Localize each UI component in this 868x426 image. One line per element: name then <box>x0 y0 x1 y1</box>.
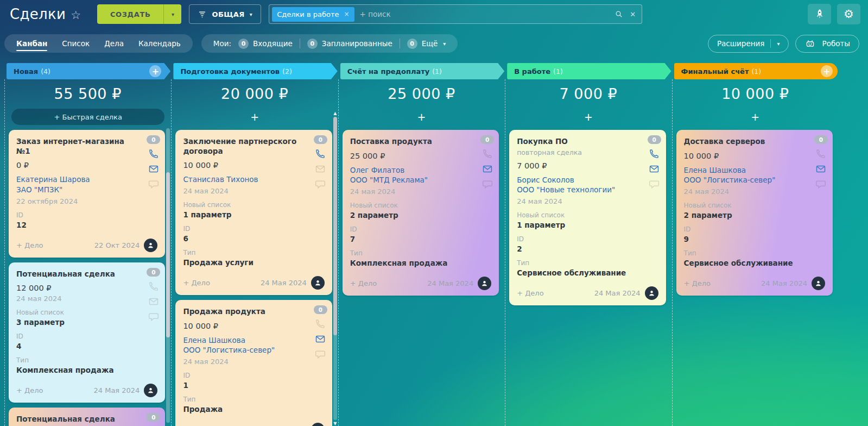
comments-badge[interactable]: 0 <box>648 135 661 144</box>
add-activity-button[interactable]: + Дело <box>183 279 210 287</box>
deal-card[interactable]: Доставка серверов 10 000 ₽ Елена Шашкова… <box>676 130 833 296</box>
contact-link[interactable]: Елена Шашкова <box>684 165 825 176</box>
chat-icon[interactable] <box>148 311 159 322</box>
add-stage-deal-button[interactable]: + <box>821 65 833 77</box>
assignee-avatar[interactable] <box>311 276 325 290</box>
add-deal-button[interactable]: + <box>338 109 505 125</box>
phone-icon[interactable] <box>649 148 660 159</box>
comments-badge[interactable]: 0 <box>314 305 327 314</box>
company-link[interactable]: ООО "Новые технологии" <box>517 185 658 195</box>
assignee-avatar[interactable] <box>478 277 491 290</box>
comments-badge[interactable]: 0 <box>314 135 327 144</box>
market-button[interactable] <box>808 4 831 24</box>
contact-link[interactable]: Елена Шашкова <box>183 335 324 346</box>
comments-badge[interactable]: 0 <box>480 135 494 144</box>
deal-card[interactable]: Заключение партнерского договора 10 000 … <box>175 130 332 295</box>
company-link[interactable]: ООО "Логистика-север" <box>183 345 324 355</box>
column-header[interactable]: Финальный счёт (1) + <box>674 63 838 79</box>
phone-icon[interactable] <box>148 148 159 159</box>
assignee-avatar[interactable] <box>311 423 325 426</box>
column-header[interactable]: В работе (1) <box>507 63 671 79</box>
search-filter-tag[interactable]: Сделки в работе × <box>272 7 354 22</box>
contact-link[interactable]: Борис Соколов <box>517 175 658 185</box>
column-header[interactable]: Новая (4) + <box>7 63 170 79</box>
scroll-down-icon[interactable]: ▼ <box>333 421 337 426</box>
mail-icon[interactable] <box>649 164 660 174</box>
phone-icon[interactable] <box>315 318 326 329</box>
company-link[interactable]: ООО "МТД Реклама" <box>350 175 491 185</box>
column-header[interactable]: Счёт на предоплату (1) <box>340 63 504 79</box>
mail-icon[interactable] <box>815 164 826 174</box>
add-activity-button[interactable]: + Дело <box>350 279 377 287</box>
assignee-avatar[interactable] <box>144 239 157 252</box>
add-deal-button[interactable]: + <box>672 109 839 125</box>
assignee-avatar[interactable] <box>645 286 658 300</box>
add-activity-button[interactable]: + Дело <box>684 279 711 287</box>
mail-icon[interactable] <box>315 334 326 344</box>
tab-list[interactable]: Список <box>62 36 90 51</box>
deal-card[interactable]: Заказ интернет-магазина №1 0 ₽ Екатерина… <box>9 130 165 258</box>
add-deal-button[interactable]: + <box>171 109 338 125</box>
create-dropdown-button[interactable]: ▾ <box>163 4 181 24</box>
phone-icon[interactable] <box>148 281 159 292</box>
clear-search-icon[interactable]: ✕ <box>630 10 636 18</box>
chat-icon[interactable] <box>482 179 493 190</box>
phone-icon[interactable] <box>315 148 326 159</box>
comments-badge[interactable]: 0 <box>147 268 160 277</box>
counter-incoming[interactable]: 0 Входящие <box>238 39 293 49</box>
mail-icon[interactable] <box>148 164 159 174</box>
field-label: ID <box>16 333 157 340</box>
robots-button[interactable]: Роботы <box>795 35 859 53</box>
comments-badge[interactable]: 0 <box>147 135 160 144</box>
phone-icon[interactable] <box>482 148 493 159</box>
add-stage-deal-button[interactable]: + <box>149 65 161 77</box>
add-activity-button[interactable]: + Дело <box>16 241 43 249</box>
chat-icon[interactable] <box>315 179 326 190</box>
chat-icon[interactable] <box>315 349 326 360</box>
favorite-star-icon[interactable]: ☆ <box>71 9 81 22</box>
search-icon[interactable] <box>614 10 623 18</box>
search-placeholder[interactable]: + поиск <box>360 10 610 18</box>
chat-icon[interactable] <box>815 179 826 190</box>
contact-link[interactable]: Екатерина Шарова <box>16 174 157 185</box>
mail-icon[interactable] <box>315 164 326 174</box>
column-scrollbar[interactable]: ▲ ▼ <box>332 111 338 426</box>
add-activity-button[interactable]: + Дело <box>16 386 43 394</box>
scroll-up-icon[interactable]: ▲ <box>333 111 337 116</box>
company-link[interactable]: ООО "Логистика-север" <box>684 175 825 185</box>
phone-icon[interactable] <box>815 148 826 159</box>
tab-kanban[interactable]: Канбан <box>16 36 47 51</box>
filter-button[interactable]: ОБЩАЯ ▾ <box>189 4 261 24</box>
deal-card[interactable]: Продажа продукта 10 000 ₽ Елена Шашкова … <box>175 300 332 426</box>
view-tabs: Канбан Список Дела Календарь <box>4 34 193 53</box>
chat-icon[interactable] <box>649 179 660 190</box>
mail-icon[interactable] <box>148 296 159 307</box>
quick-deal-button[interactable]: + Быстрая сделка <box>11 109 164 125</box>
comments-badge[interactable]: 0 <box>147 413 160 422</box>
deal-card[interactable]: Покупка ПО повторная сделка 7 000 ₽ Бори… <box>509 130 666 305</box>
tag-remove-icon[interactable]: × <box>344 10 349 18</box>
settings-button[interactable]: ⚙ <box>837 4 860 24</box>
column-header[interactable]: Подготовка документов (2) <box>173 63 337 79</box>
counter-more[interactable]: 0 Ещё ▾ <box>407 39 446 49</box>
add-activity-button[interactable]: + Дело <box>517 289 543 297</box>
tab-calendar[interactable]: Календарь <box>138 36 181 51</box>
extensions-button[interactable]: Расширения ▾ <box>708 35 789 53</box>
create-button[interactable]: СОЗДАТЬ <box>97 4 163 24</box>
column-scrollbar[interactable] <box>166 128 170 423</box>
deal-card[interactable]: Потенциальная сделка 12 000 ₽ 24 мая 202… <box>9 262 165 403</box>
counter-planned[interactable]: 0 Запланированные <box>307 39 392 49</box>
company-link[interactable]: ЗАО "МПЗК" <box>16 185 157 195</box>
chat-icon[interactable] <box>148 179 159 190</box>
mail-icon[interactable] <box>482 164 493 174</box>
search-bar[interactable]: Сделки в работе × + поиск ✕ <box>269 4 642 24</box>
contact-link[interactable]: Станислав Тихонов <box>183 174 324 185</box>
comments-badge[interactable]: 0 <box>814 135 828 144</box>
add-deal-button[interactable]: + <box>505 109 671 125</box>
deal-card[interactable]: Потенциальная сделка 18 500 ₽ Глеб Титов… <box>9 408 165 426</box>
assignee-avatar[interactable] <box>144 384 157 397</box>
contact-link[interactable]: Олег Филатов <box>350 165 491 176</box>
deal-card[interactable]: Поставка продукта 25 000 ₽ Олег Филатов … <box>343 130 499 296</box>
assignee-avatar[interactable] <box>812 277 825 290</box>
tab-activities[interactable]: Дела <box>104 36 124 51</box>
